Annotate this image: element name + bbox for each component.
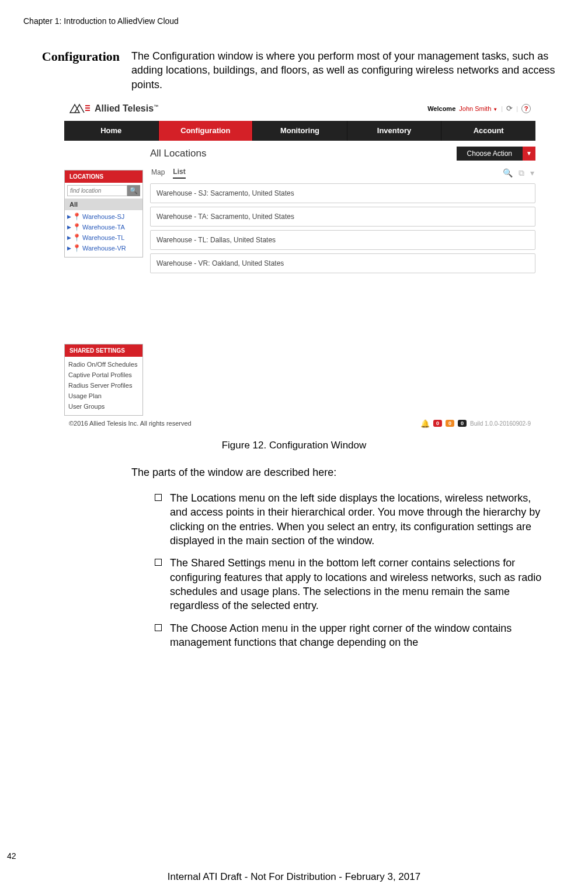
help-icon[interactable]: ? [521,104,531,113]
location-tree-label: Warehouse-TL [82,234,124,241]
copyright-text: ©2016 Allied Telesis Inc. All rights res… [69,420,192,427]
search-icon: 🔍 [130,187,138,194]
svg-rect-2 [85,110,90,111]
divider: | [516,105,518,112]
bullet-text: The Choose Action menu in the upper righ… [170,621,547,650]
shared-settings-panel: SHARED SETTINGS Radio On/Off Schedules C… [64,344,143,416]
bullet-icon [155,494,162,501]
location-tree-item[interactable]: ▶ 📍 Warehouse-TA [67,222,140,232]
shared-settings-item[interactable]: Captive Portal Profiles [68,370,139,380]
build-version: Build 1.0.0-20160902-9 [470,420,531,427]
refresh-icon[interactable]: ⟳ [506,104,513,113]
bell-icon[interactable]: 🔔 [420,419,430,428]
pin-icon: 📍 [72,213,81,221]
body-paragraph: The parts of the window are described he… [131,465,541,479]
choose-action-label: Choose Action [457,147,523,161]
page-footer: Internal ATI Draft - Not For Distributio… [0,871,588,883]
main-nav: Home Configuration Monitoring Inventory … [64,121,535,141]
caret-down-icon[interactable]: ▾ [530,168,534,178]
location-row[interactable]: Warehouse - SJ: Sacramento, United State… [150,183,535,203]
alert-badge-warning[interactable]: 0 [446,420,454,427]
figure-caption: Figure 12. Configuration Window [23,440,565,451]
welcome-user-menu[interactable]: John Smith ▼ [459,105,497,112]
shared-settings-item[interactable]: User Groups [68,401,139,412]
bullet-icon [155,624,162,631]
bullet-icon [155,559,162,566]
locations-all[interactable]: All [65,199,142,210]
tab-map[interactable]: Map [151,168,165,178]
location-tree-label: Warehouse-SJ [82,213,124,220]
brand-logo: Allied Telesis™ [69,103,158,114]
section-intro: The Configuration window is where you pe… [131,49,565,92]
nav-home[interactable]: Home [64,121,159,141]
tab-list[interactable]: List [173,168,185,179]
location-tree-item[interactable]: ▶ 📍 Warehouse-TL [67,232,140,243]
location-tree-item[interactable]: ▶ 📍 Warehouse-VR [67,243,140,253]
section-title: Configuration [23,49,120,92]
divider: | [501,105,503,112]
nav-account[interactable]: Account [441,121,535,141]
copy-icon[interactable]: ⧉ [519,168,524,178]
shared-settings-head: SHARED SETTINGS [65,344,142,357]
main-title: All Locations [150,148,206,159]
location-tree-label: Warehouse-TA [82,224,125,231]
welcome-label: Welcome [427,105,455,112]
pin-icon: 📍 [72,223,81,231]
bullet-text: The Shared Settings menu in the bottom l… [170,556,547,612]
configuration-screenshot: Allied Telesis™ Welcome John Smith ▼ | ⟳… [64,100,535,429]
bullet-text: The Locations menu on the left side disp… [170,491,547,548]
caret-right-icon: ▶ [67,235,71,241]
caret-right-icon: ▶ [67,224,71,230]
location-tree-item[interactable]: ▶ 📍 Warehouse-SJ [67,211,140,222]
alert-badge-info[interactable]: 0 [458,420,467,427]
chevron-down-icon: ▼ [523,147,535,161]
shared-settings-item[interactable]: Radius Server Profiles [68,380,139,391]
bullet-item: The Locations menu on the left side disp… [155,491,547,548]
caret-right-icon: ▶ [67,214,71,220]
search-icon[interactable]: 🔍 [503,168,513,178]
nav-inventory[interactable]: Inventory [347,121,442,141]
shared-settings-item[interactable]: Usage Plan [68,391,139,401]
nav-configuration[interactable]: Configuration [159,121,253,141]
location-search-button[interactable]: 🔍 [127,185,140,196]
svg-rect-1 [85,107,90,109]
locations-panel-head: LOCATIONS [65,170,142,183]
pin-icon: 📍 [72,244,81,252]
bullet-item: The Choose Action menu in the upper righ… [155,621,547,650]
caret-right-icon: ▶ [67,245,71,251]
svg-rect-0 [85,105,90,106]
location-search-input[interactable] [67,185,127,196]
bullet-item: The Shared Settings menu in the bottom l… [155,556,547,612]
location-row[interactable]: Warehouse - VR: Oakland, United States [150,253,535,273]
pin-icon: 📍 [72,234,81,242]
shared-settings-item[interactable]: Radio On/Off Schedules [68,359,139,370]
location-row[interactable]: Warehouse - TL: Dallas, United States [150,230,535,250]
nav-monitoring[interactable]: Monitoring [253,121,347,141]
locations-panel: LOCATIONS 🔍 All ▶ 📍 Warehouse-SJ [64,170,143,257]
alert-badge-critical[interactable]: 0 [433,420,442,427]
brand-logo-icon [69,103,91,114]
location-row[interactable]: Warehouse - TA: Sacramento, United State… [150,207,535,227]
brand-logo-text: Allied Telesis™ [95,103,158,114]
chapter-heading: Chapter 1: Introduction to AlliedView Cl… [23,16,565,26]
choose-action-menu[interactable]: Choose Action ▼ [457,147,535,161]
page-number: 42 [7,851,16,861]
location-tree-label: Warehouse-VR [82,245,126,252]
